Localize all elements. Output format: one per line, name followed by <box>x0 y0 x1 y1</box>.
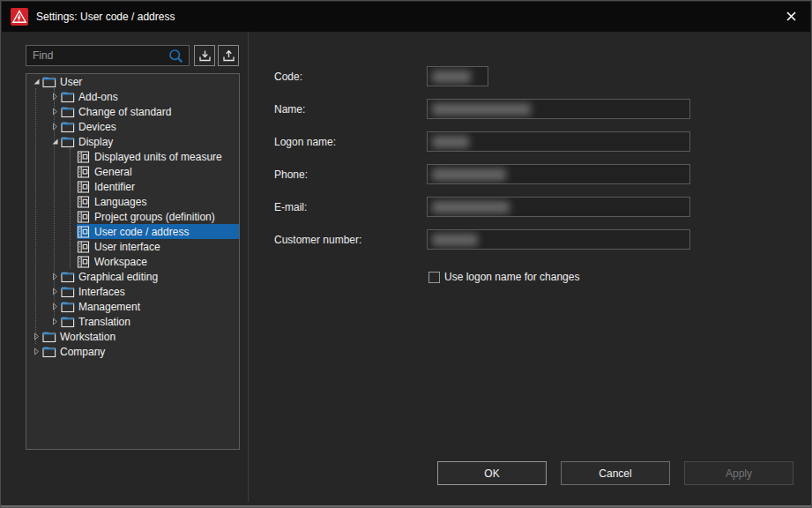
tree-item-label: Interfaces <box>78 286 125 298</box>
expander-spacer <box>67 153 75 161</box>
folder-icon <box>61 271 75 283</box>
logon-name-field[interactable] <box>427 131 690 152</box>
folder-icon <box>61 91 75 103</box>
folder-icon <box>42 76 56 88</box>
folder-icon <box>61 136 75 148</box>
checkbox-box <box>428 272 440 283</box>
customer-number-field-label: Customer number: <box>274 234 361 246</box>
redacted-value <box>432 168 506 181</box>
settings-page-icon <box>77 256 91 268</box>
close-button[interactable] <box>778 4 803 27</box>
folder-icon <box>61 301 75 313</box>
tree-item-workstation[interactable]: Workstation <box>26 329 239 344</box>
tree-item-add-ons[interactable]: Add-ons <box>26 89 239 104</box>
import-settings-button[interactable] <box>194 45 215 66</box>
tree-item-label: Translation <box>78 316 130 328</box>
expander-spacer <box>67 213 75 220</box>
tree-item-company[interactable]: Company <box>26 344 239 359</box>
expander-spacer <box>67 228 75 235</box>
logon-name-field-label: Logon name: <box>274 136 336 148</box>
magnifier-icon <box>168 49 183 64</box>
code-field-label: Code: <box>274 71 302 83</box>
redacted-value <box>432 234 478 246</box>
settings-tree: UserAdd-onsChange of standardDevicesDisp… <box>26 73 240 450</box>
titlebar: Settings: User code / address <box>2 2 810 32</box>
window-title: Settings: User code / address <box>36 11 175 23</box>
expander-expanded-icon[interactable] <box>33 78 41 86</box>
window-bottom-edge <box>1 505 811 507</box>
settings-page-icon <box>77 166 91 178</box>
expander-spacer <box>67 258 75 265</box>
settings-dialog: Settings: User code / address Find <box>0 0 812 508</box>
tree-item-label: Graphical editing <box>78 271 158 283</box>
phone-field[interactable] <box>427 164 690 184</box>
tree-item-label: Languages <box>94 196 146 208</box>
expander-collapsed-icon[interactable] <box>33 347 41 355</box>
tree-item-label: User interface <box>94 241 160 253</box>
search-placeholder: Find <box>33 49 168 62</box>
redacted-value <box>432 71 471 83</box>
tree-item-label: Management <box>78 301 140 313</box>
tree-item-label: Workspace <box>94 256 147 268</box>
folder-icon <box>61 106 75 118</box>
tree-item-workspace[interactable]: Workspace <box>26 254 239 269</box>
tree-item-user-interface[interactable]: User interface <box>26 239 239 254</box>
cancel-button[interactable]: Cancel <box>561 461 670 485</box>
expander-collapsed-icon[interactable] <box>51 93 59 101</box>
apply-button: Apply <box>684 461 793 485</box>
tree-item-devices[interactable]: Devices <box>26 119 239 134</box>
tree-item-displayed-units-of-measure[interactable]: Displayed units of measure <box>26 149 239 164</box>
pane-splitter[interactable] <box>248 33 249 502</box>
expander-collapsed-icon[interactable] <box>51 273 59 280</box>
tree-item-label: Identifier <box>94 181 135 193</box>
export-settings-button[interactable] <box>218 45 239 66</box>
import-icon <box>198 49 212 63</box>
settings-page-icon <box>77 196 91 208</box>
expander-spacer <box>67 183 75 190</box>
ok-button[interactable]: OK <box>437 461 547 485</box>
folder-icon <box>61 286 75 298</box>
expander-collapsed-icon[interactable] <box>51 123 59 131</box>
redacted-value <box>432 201 510 213</box>
tree-item-change-of-standard[interactable]: Change of standard <box>26 104 239 119</box>
phone-field-label: Phone: <box>274 168 308 181</box>
tree-item-label: Display <box>78 136 113 148</box>
tree-item-user-code-address[interactable]: User code / address <box>26 224 239 239</box>
expander-collapsed-icon[interactable] <box>51 288 59 295</box>
tree-item-management[interactable]: Management <box>26 299 239 314</box>
folder-icon <box>42 346 56 358</box>
use-logon-name-checkbox[interactable]: Use logon name for changes <box>428 271 579 283</box>
tree-item-label: Displayed units of measure <box>94 151 222 163</box>
tree-item-project-groups-definition[interactable]: Project groups (definition) <box>26 209 239 224</box>
tree-item-label: Devices <box>78 121 116 133</box>
tree-item-label: User code / address <box>94 226 189 238</box>
app-logo-icon <box>11 8 28 26</box>
expander-collapsed-icon[interactable] <box>51 318 59 325</box>
code-field[interactable] <box>427 66 488 86</box>
folder-icon <box>61 316 75 328</box>
settings-page-icon <box>77 151 91 163</box>
search-input[interactable]: Find <box>26 45 190 66</box>
tree-item-user[interactable]: User <box>26 74 239 89</box>
tree-item-graphical-editing[interactable]: Graphical editing <box>26 269 239 284</box>
export-icon <box>222 49 235 63</box>
tree-item-label: User <box>60 76 82 88</box>
tree-item-translation[interactable]: Translation <box>26 314 239 329</box>
expander-expanded-icon[interactable] <box>51 138 59 146</box>
customer-number-field[interactable] <box>427 229 690 250</box>
tree-item-general[interactable]: General <box>26 164 239 179</box>
tree-item-languages[interactable]: Languages <box>26 194 239 209</box>
tree-item-identifier[interactable]: Identifier <box>26 179 239 194</box>
expander-collapsed-icon[interactable] <box>33 332 41 340</box>
tree-item-label: Workstation <box>60 331 115 343</box>
email-field-label: E-mail: <box>274 201 307 213</box>
folder-icon <box>61 121 75 133</box>
tree-item-display[interactable]: Display <box>26 134 239 149</box>
name-field-label: Name: <box>274 103 305 116</box>
name-field[interactable] <box>427 99 690 119</box>
checkbox-label: Use logon name for changes <box>444 271 579 283</box>
tree-item-interfaces[interactable]: Interfaces <box>26 284 239 299</box>
email-field[interactable] <box>427 197 690 217</box>
expander-collapsed-icon[interactable] <box>51 303 59 310</box>
expander-collapsed-icon[interactable] <box>51 108 59 116</box>
